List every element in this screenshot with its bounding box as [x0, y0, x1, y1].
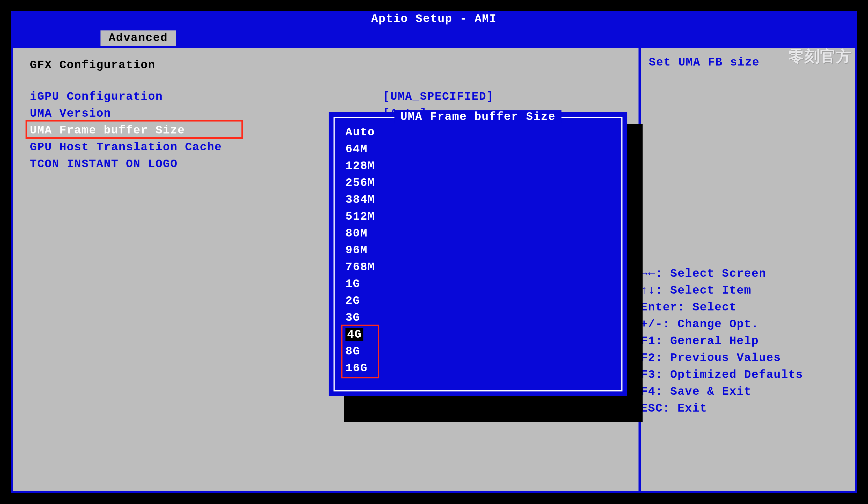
help-key-6: F3: Optimized Defaults [623, 366, 855, 383]
page-heading: GFX Configuration [30, 59, 155, 72]
popup-option-2g[interactable]: 2G [345, 292, 611, 309]
popup-option-4g[interactable]: 4G [345, 326, 611, 343]
popup-option-512m[interactable]: 512M [345, 208, 611, 225]
popup-option-128m[interactable]: 128M [345, 158, 611, 174]
popup-option-8g[interactable]: 8G [345, 343, 611, 360]
help-key-4: F1: General Help [623, 333, 855, 350]
popup-option-64m[interactable]: 64M [345, 141, 611, 158]
help-key-8: ESC: Exit [623, 400, 855, 417]
watermark: 零刻官方 [789, 46, 852, 67]
help-key-2: Enter: Select [623, 299, 855, 316]
uma-fb-popup: UMA Frame buffer Size Auto64M128M256M384… [329, 112, 627, 396]
popup-option-3g[interactable]: 3G [345, 309, 611, 326]
popup-option-96m[interactable]: 96M [345, 242, 611, 259]
tab-strip: Advanced [11, 29, 857, 46]
popup-option-80m[interactable]: 80M [345, 225, 611, 242]
help-key-1: ↑↓: Select Item [623, 282, 855, 299]
popup-option-16g[interactable]: 16G [345, 360, 611, 377]
bios-title-bar: Aptio Setup - AMI Advanced [11, 11, 857, 46]
popup-option-1g[interactable]: 1G [345, 276, 611, 292]
setting-tcon-instant-on-logo[interactable]: TCON INSTANT ON LOGO [30, 158, 178, 171]
popup-title: UMA Frame buffer Size [394, 110, 561, 123]
popup-options: Auto64M128M256M384M512M80M96M768M1G2G3G4… [345, 124, 611, 377]
setting-gpu-host-translation-cache[interactable]: GPU Host Translation Cache [30, 141, 222, 154]
value-igpu-configuration: [UMA_SPECIFIED] [383, 90, 494, 103]
setting-igpu-configuration[interactable]: iGPU Configuration [30, 90, 163, 103]
help-description: Set UMA FB size [649, 56, 760, 69]
tab-advanced[interactable]: Advanced [101, 30, 176, 46]
setting-uma-version[interactable]: UMA Version [30, 107, 111, 120]
setting-uma-frame-buffer-size[interactable]: UMA Frame buffer Size [30, 124, 185, 137]
popup-option-768m[interactable]: 768M [345, 259, 611, 276]
help-key-5: F2: Previous Values [623, 350, 855, 366]
popup-option-auto[interactable]: Auto [345, 124, 611, 141]
help-key-3: +/-: Change Opt. [623, 316, 855, 333]
bios-title: Aptio Setup - AMI [11, 12, 857, 26]
side-panel: Set UMA FB size →←: Select Screen↑↓: Sel… [639, 46, 857, 493]
help-keys: →←: Select Screen↑↓: Select ItemEnter: S… [641, 265, 855, 417]
main-panel: GFX Configuration iGPU Configuration [UM… [11, 46, 639, 493]
help-key-0: →←: Select Screen [623, 265, 855, 282]
popup-option-384m[interactable]: 384M [345, 191, 611, 208]
popup-option-256m[interactable]: 256M [345, 174, 611, 191]
help-key-7: F4: Save & Exit [623, 383, 855, 400]
